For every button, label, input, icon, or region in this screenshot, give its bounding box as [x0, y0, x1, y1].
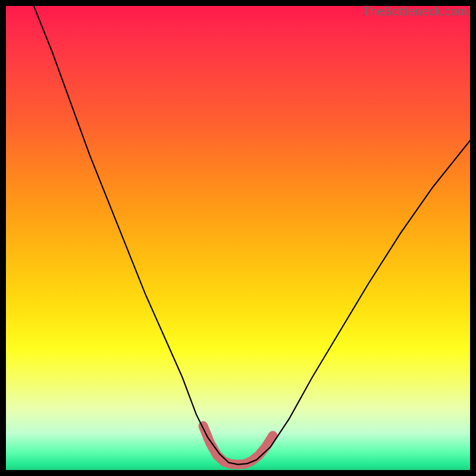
bottleneck-curve [34, 6, 470, 465]
chart-svg [6, 6, 470, 470]
watermark-text: TheBottleneck.com [363, 5, 468, 18]
